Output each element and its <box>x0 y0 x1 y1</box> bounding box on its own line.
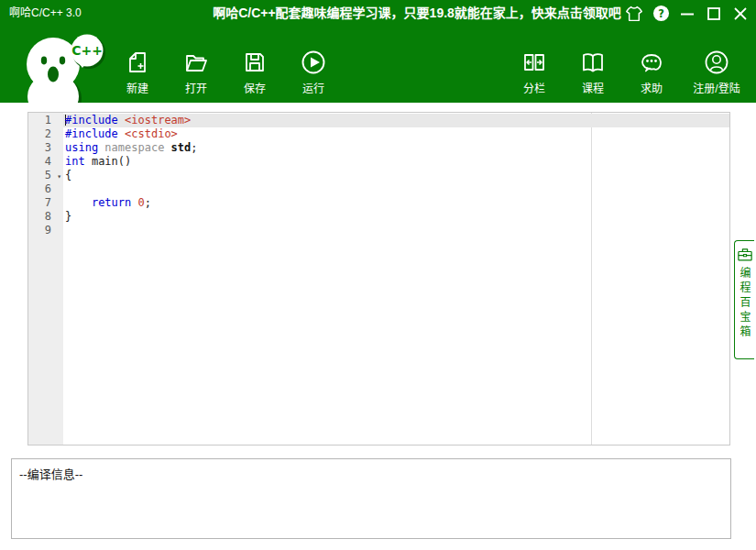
split-columns-label: 分栏 <box>523 80 545 95</box>
line-number: 6 <box>28 182 63 196</box>
toolbar-right-group: 分栏 课程 <box>505 46 752 98</box>
code-text[interactable]: { <box>63 169 729 182</box>
login-label: 注册/登陆 <box>693 80 740 95</box>
line-number: 5▾ <box>28 169 63 182</box>
mascot-bubble-text: C++ <box>71 43 103 58</box>
code-text[interactable] <box>63 224 729 237</box>
code-line[interactable]: 3using namespace std; <box>28 141 729 155</box>
courses-label: 课程 <box>582 80 604 95</box>
open-button-label: 打开 <box>185 80 207 95</box>
promo-banner[interactable]: 啊哈C/C++配套趣味编程学习课，只要19.8就能在家上，快来点击领取吧 <box>206 0 628 27</box>
code-text[interactable]: int main() <box>63 155 729 169</box>
code-line[interactable]: 2#include <cstdio> <box>28 127 729 141</box>
code-editor[interactable]: 1#include <iostream>2#include <cstdio>3u… <box>27 112 730 446</box>
compile-output-panel: --编译信息-- <box>11 458 731 539</box>
code-text[interactable]: #include <iostream> <box>63 114 729 127</box>
save-button[interactable]: 保存 <box>225 46 284 98</box>
line-number: 9 <box>28 224 63 237</box>
help-request-label: 求助 <box>641 80 663 95</box>
fold-marker-icon[interactable]: ▾ <box>57 170 61 183</box>
code-line[interactable]: 7 return 0; <box>28 196 729 210</box>
toolbox-icon <box>737 247 753 262</box>
skin-icon[interactable] <box>624 4 644 24</box>
new-file-icon <box>125 48 150 77</box>
line-number: 3 <box>28 141 63 155</box>
line-number: 7 <box>28 196 63 210</box>
code-line[interactable]: 4int main() <box>28 155 729 169</box>
split-columns-icon <box>521 48 547 77</box>
code-line[interactable]: 6 <box>28 182 729 196</box>
code-line[interactable]: 8} <box>28 210 729 224</box>
maximize-icon[interactable] <box>704 4 724 24</box>
svg-text:?: ? <box>658 7 664 20</box>
run-button-label: 运行 <box>302 80 324 95</box>
login-button[interactable]: 注册/登陆 <box>681 46 752 98</box>
toolbar-file-group: 新建 打开 保存 <box>108 46 343 98</box>
toolbar: C++ 新建 <box>0 27 756 103</box>
toolbox-tab-label: 编程百宝箱 <box>737 267 752 340</box>
save-icon <box>242 48 268 77</box>
chat-help-icon <box>639 48 664 77</box>
code-lines: 1#include <iostream>2#include <cstdio>3u… <box>28 114 729 237</box>
code-text[interactable]: return 0; <box>63 196 729 210</box>
code-text[interactable]: #include <cstdio> <box>63 127 729 141</box>
line-number: 8 <box>28 210 63 224</box>
book-icon <box>580 48 606 77</box>
close-icon[interactable] <box>730 4 751 24</box>
help-request-button[interactable]: 求助 <box>622 46 681 98</box>
help-icon[interactable]: ? <box>651 4 671 24</box>
run-icon <box>301 48 326 77</box>
code-text[interactable]: using namespace std; <box>63 141 729 155</box>
courses-button[interactable]: 课程 <box>564 46 622 98</box>
window-title: 啊哈C/C++ 3.0 <box>9 0 82 27</box>
line-number: 1 <box>28 114 63 127</box>
minimize-icon[interactable] <box>677 4 697 24</box>
split-columns-button[interactable]: 分栏 <box>505 46 564 98</box>
window-controls: ? <box>624 0 751 27</box>
code-line[interactable]: 1#include <iostream> <box>28 114 729 127</box>
new-button-label: 新建 <box>126 80 148 95</box>
save-button-label: 保存 <box>244 80 266 95</box>
code-line[interactable]: 9 <box>28 224 729 237</box>
line-number: 2 <box>28 127 63 141</box>
line-number: 4 <box>28 155 63 169</box>
open-folder-icon <box>183 48 209 77</box>
code-text[interactable]: } <box>63 210 729 224</box>
new-button[interactable]: 新建 <box>108 46 167 98</box>
code-line[interactable]: 5▾{ <box>28 169 729 182</box>
toolbox-side-tab[interactable]: 编程百宝箱 <box>734 240 754 359</box>
code-text[interactable] <box>63 182 729 196</box>
title-bar: 啊哈C/C++ 3.0 啊哈C/C++配套趣味编程学习课，只要19.8就能在家上… <box>0 0 756 27</box>
run-button[interactable]: 运行 <box>284 46 343 98</box>
compile-output-message: --编译信息-- <box>12 459 730 488</box>
mascot-logo: C++ <box>7 27 117 103</box>
app-window: 啊哈C/C++ 3.0 啊哈C/C++配套趣味编程学习课，只要19.8就能在家上… <box>0 0 756 550</box>
open-button[interactable]: 打开 <box>167 46 225 98</box>
user-login-icon <box>704 48 729 77</box>
